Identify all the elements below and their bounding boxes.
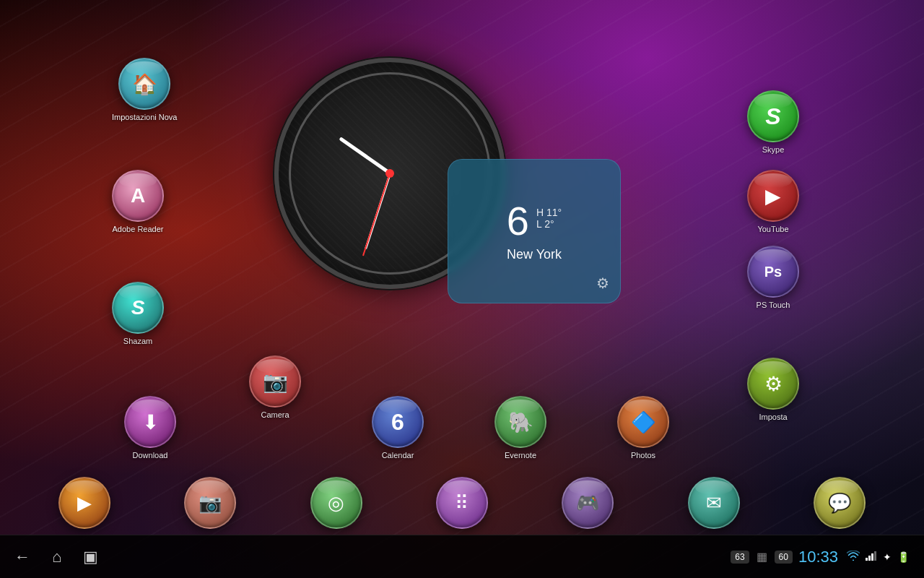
ps-touch-icon: Ps	[747, 246, 799, 298]
app-adobe-reader[interactable]: A Adobe Reader	[112, 170, 164, 233]
wifi-icon	[847, 551, 860, 563]
svg-rect-0	[866, 558, 868, 561]
app-hangouts-icon[interactable]: 💬	[814, 477, 866, 529]
weather-temp: 6	[507, 201, 529, 241]
ps-touch-label: PS Touch	[757, 301, 790, 309]
evernote-icon: 🐘	[494, 396, 546, 448]
bluetooth-icon: ✦	[883, 551, 892, 563]
shazam-label: Shazam	[123, 337, 152, 345]
weather-high: H 11°	[536, 207, 562, 218]
dock-navigation: ← ⌂ ▣	[14, 548, 98, 566]
calendar-icon: 6	[372, 396, 424, 448]
impostazioni-nova-label: Impostazioni Nova	[112, 113, 178, 121]
app-impostazioni-nova[interactable]: 🏠 Impostazioni Nova	[112, 58, 178, 121]
skype-label: Skype	[762, 145, 785, 154]
weather-city: New York	[507, 247, 562, 262]
back-button[interactable]: ←	[14, 548, 30, 566]
dock: ← ⌂ ▣ 63 ▦ 60 10:33	[0, 535, 924, 578]
home-button[interactable]: ⌂	[52, 548, 61, 566]
shazam-icon: S	[112, 282, 164, 334]
divider-icon: ▦	[757, 550, 767, 564]
battery-icon: 🔋	[897, 551, 910, 563]
app-ps-touch[interactable]: Ps PS Touch	[747, 246, 799, 309]
app-gmail-icon[interactable]: ✉	[688, 477, 740, 529]
app-play-icon[interactable]: ▶	[58, 477, 110, 529]
imposta-icon: ⚙	[747, 358, 799, 410]
app-camera[interactable]: 📷 Camera	[249, 355, 301, 419]
app-download[interactable]: ⬇ Download	[124, 396, 176, 460]
badge-63: 63	[731, 551, 749, 564]
app-calendar[interactable]: 6 Calendar	[372, 396, 424, 460]
impostazioni-nova-icon: 🏠	[118, 58, 170, 110]
app-dots-icon[interactable]: ⠿	[436, 477, 488, 529]
skype-icon: S	[747, 90, 799, 142]
app-skype[interactable]: S Skype	[747, 90, 799, 154]
youtube-label: YouTube	[757, 225, 788, 233]
weather-settings-button[interactable]: ⚙	[596, 275, 609, 292]
recents-button[interactable]: ▣	[83, 548, 98, 566]
evernote-label: Evernote	[505, 451, 536, 460]
adobe-reader-icon: A	[112, 170, 164, 222]
weather-widget: 6 H 11° L 2° New York ⚙	[448, 159, 621, 303]
svg-rect-3	[874, 551, 876, 561]
bottom-app-row: ▶ 📷 ◎ ⠿ 🎮 ✉ 💬	[22, 477, 902, 529]
badge-60: 60	[775, 551, 793, 564]
svg-rect-2	[871, 553, 873, 561]
svg-rect-1	[868, 556, 871, 561]
app-photos[interactable]: 🔷 Photos	[617, 396, 669, 460]
app-imposta[interactable]: ⚙ Imposta	[747, 358, 799, 421]
screen: 🏠 Impostazioni Nova A Adobe Reader S Sha…	[0, 0, 924, 578]
adobe-reader-label: Adobe Reader	[113, 225, 164, 233]
download-label: Download	[133, 451, 168, 460]
app-chrome-icon[interactable]: ◎	[310, 477, 362, 529]
imposta-label: Imposta	[759, 413, 787, 421]
app-game-icon[interactable]: 🎮	[562, 477, 614, 529]
photos-icon: 🔷	[617, 396, 669, 448]
app-shazam[interactable]: S Shazam	[112, 282, 164, 345]
calendar-label: Calendar	[382, 451, 414, 460]
camera-icon: 📷	[249, 355, 301, 407]
clock-center-dot	[385, 169, 394, 178]
dock-status: 63 ▦ 60 10:33 ✦ 🔋	[731, 548, 910, 566]
app-evernote[interactable]: 🐘 Evernote	[494, 396, 546, 460]
status-time: 10:33	[798, 548, 838, 566]
youtube-icon: ▶	[747, 170, 799, 222]
app-youtube[interactable]: ▶ YouTube	[747, 170, 799, 233]
signal-icon	[866, 551, 877, 563]
app-cam2-icon[interactable]: 📷	[184, 477, 236, 529]
weather-low: L 2°	[536, 218, 562, 230]
download-icon: ⬇	[124, 396, 176, 448]
camera-label: Camera	[261, 410, 289, 419]
photos-label: Photos	[631, 451, 655, 460]
